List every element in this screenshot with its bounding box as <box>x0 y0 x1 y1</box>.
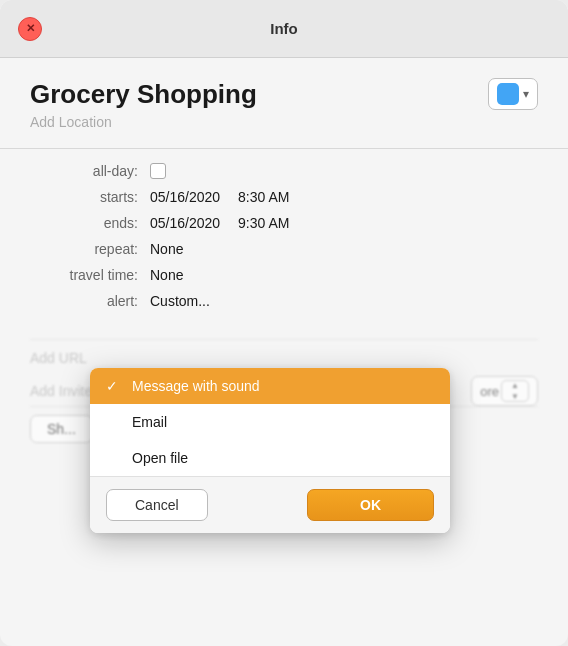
stepper-down-button[interactable]: ▼ <box>502 391 528 402</box>
divider <box>0 148 568 149</box>
dropdown-item-email[interactable]: Email <box>90 404 450 440</box>
main-content: Grocery Shopping ▾ Add Location all-day:… <box>0 58 568 329</box>
starts-row: starts: 05/16/2020 8:30 AM <box>30 189 538 205</box>
ends-label: ends: <box>30 215 150 231</box>
add-location-field[interactable]: Add Location <box>30 114 538 130</box>
close-icon: ✕ <box>26 22 35 35</box>
travel-time-label: travel time: <box>30 267 150 283</box>
form-rows: all-day: starts: 05/16/2020 8:30 AM ends… <box>30 163 538 309</box>
window-title: Info <box>270 20 298 37</box>
cancel-label: Cancel <box>135 497 179 513</box>
ends-date[interactable]: 05/16/2020 <box>150 215 220 231</box>
event-title-row: Grocery Shopping ▾ <box>30 78 538 110</box>
dropdown-item-label-1: Email <box>132 414 167 430</box>
calendar-event-info-window: ✕ Info Grocery Shopping ▾ Add Location a… <box>0 0 568 646</box>
dropdown-item-open-file[interactable]: Open file <box>90 440 450 476</box>
dialog-buttons-row: Cancel OK <box>90 476 450 533</box>
alert-row: alert: Custom... <box>30 293 538 309</box>
color-picker-button[interactable]: ▾ <box>488 78 538 110</box>
travel-time-row: travel time: None <box>30 267 538 283</box>
ok-label: OK <box>360 497 381 513</box>
more-dropdown[interactable]: ore ▲ ▼ <box>471 376 538 406</box>
close-button[interactable]: ✕ <box>18 17 42 41</box>
color-swatch <box>497 83 519 105</box>
stepper-up-button[interactable]: ▲ <box>502 380 528 391</box>
all-day-checkbox[interactable] <box>150 163 166 179</box>
all-day-row: all-day: <box>30 163 538 179</box>
repeat-value[interactable]: None <box>150 241 183 257</box>
add-url-label[interactable]: Add URL <box>30 350 87 366</box>
all-day-label: all-day: <box>30 163 150 179</box>
alert-dropdown-menu: ✓ Message with sound Email Open file Can… <box>90 368 450 533</box>
starts-label: starts: <box>30 189 150 205</box>
checkmark-icon: ✓ <box>106 378 126 394</box>
show-as-button[interactable]: Sh... <box>30 415 93 443</box>
chevron-down-icon: ▾ <box>523 87 529 101</box>
stepper-control[interactable]: ▲ ▼ <box>501 380 529 402</box>
event-title[interactable]: Grocery Shopping <box>30 79 257 110</box>
cancel-button[interactable]: Cancel <box>106 489 208 521</box>
ends-time[interactable]: 9:30 AM <box>238 215 289 231</box>
show-as-label: Sh... <box>47 421 76 437</box>
dropdown-item-label-0: Message with sound <box>132 378 260 394</box>
alert-value[interactable]: Custom... <box>150 293 210 309</box>
more-label: ore <box>480 384 499 399</box>
title-bar: ✕ Info <box>0 0 568 58</box>
repeat-label: repeat: <box>30 241 150 257</box>
dropdown-item-label-2: Open file <box>132 450 188 466</box>
ends-row: ends: 05/16/2020 9:30 AM <box>30 215 538 231</box>
dropdown-item-message-with-sound[interactable]: ✓ Message with sound <box>90 368 450 404</box>
starts-date[interactable]: 05/16/2020 <box>150 189 220 205</box>
travel-time-value[interactable]: None <box>150 267 183 283</box>
stepper-arrows: ▲ ▼ <box>502 380 528 402</box>
starts-time[interactable]: 8:30 AM <box>238 189 289 205</box>
ok-button[interactable]: OK <box>307 489 434 521</box>
alert-label: alert: <box>30 293 150 309</box>
repeat-row: repeat: None <box>30 241 538 257</box>
